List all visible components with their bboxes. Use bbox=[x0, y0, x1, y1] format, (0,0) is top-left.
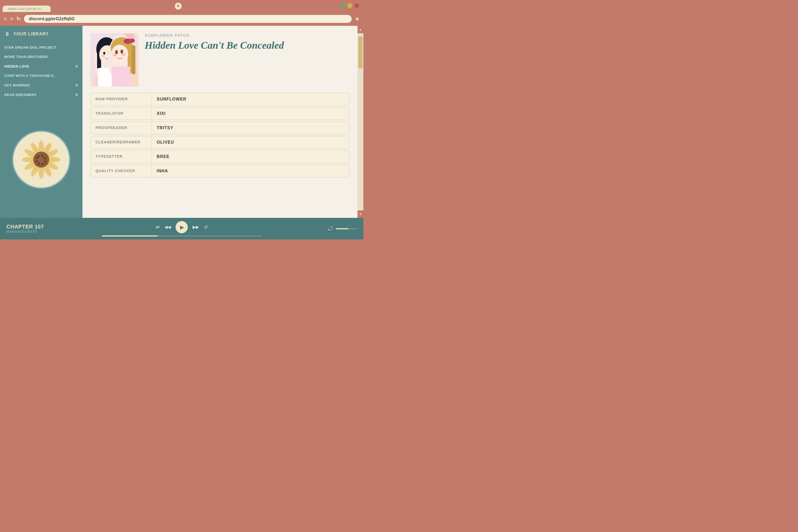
refresh-button[interactable]: ↻ bbox=[16, 16, 21, 22]
volume-bar[interactable] bbox=[336, 228, 357, 229]
credit-value-4: BREE bbox=[152, 151, 174, 163]
sidebar-item-hidden-love[interactable]: HIDDEN LOVE ✿ bbox=[0, 61, 82, 71]
sidebar-item-get-married[interactable]: GET MARRIED ✿ bbox=[0, 80, 82, 90]
sidebar-item-star-dream[interactable]: STAR DREAM IDOL PROJECT bbox=[0, 43, 82, 52]
scrollbar: ▲ ▼ bbox=[358, 26, 363, 218]
sidebar-title: YOUR LIBRARY bbox=[13, 32, 49, 36]
credit-label-0: RAW PROVIDER bbox=[91, 93, 152, 105]
credit-value-1: XIXI bbox=[152, 108, 171, 120]
credit-value-5: INHA bbox=[152, 165, 173, 177]
repeat-button[interactable]: ↺ bbox=[204, 224, 208, 230]
credit-row: RAW PROVIDER SUNFLOWER bbox=[91, 93, 349, 106]
sidebar-item-label: STAR DREAM IDOL PROJECT bbox=[4, 45, 57, 50]
back-button[interactable]: < bbox=[4, 16, 7, 22]
player-bar: CHAPTER 107 MANGADEX/BATO ⇌ ◀◀ ▶ ▶▶ ↺ 🔊 bbox=[0, 218, 363, 240]
credit-value-0: SUNFLOWER bbox=[152, 93, 191, 105]
player-controls: ⇌ ◀◀ ▶ ▶▶ ↺ bbox=[54, 221, 309, 236]
svg-point-14 bbox=[41, 155, 44, 157]
scroll-down-button[interactable]: ▼ bbox=[358, 210, 363, 218]
window-controls bbox=[341, 3, 359, 8]
svg-point-16 bbox=[44, 160, 46, 163]
play-button[interactable]: ▶ bbox=[175, 221, 188, 233]
credit-label-2: PROOFREADER bbox=[91, 122, 152, 134]
sidebar-header: ⏸ YOUR LIBRARY bbox=[0, 26, 82, 41]
comic-header: SUNFLOWER PATCH Hidden Love Can't Be Con… bbox=[91, 33, 349, 87]
svg-point-19 bbox=[36, 160, 38, 162]
svg-point-33 bbox=[103, 52, 105, 55]
progress-fill bbox=[102, 235, 158, 236]
shuffle-button[interactable]: ⇌ bbox=[156, 224, 159, 230]
svg-point-43 bbox=[129, 39, 135, 43]
svg-point-12 bbox=[33, 152, 49, 168]
chapter-source: MANGADEX/BATO bbox=[6, 230, 49, 233]
sidebar-item-more-than[interactable]: MORE THAN BROTHERS bbox=[0, 52, 82, 61]
credit-label-5: QUALITY CHECKER bbox=[91, 165, 152, 177]
credit-row: TRANSLATOR XIXI bbox=[91, 107, 349, 120]
forward-button[interactable]: > bbox=[10, 16, 13, 22]
close-button[interactable] bbox=[354, 3, 359, 8]
browser-chrome: Hidden Love Can't Be Concealed + < > ↻ ★ bbox=[0, 0, 363, 26]
bookmark-button[interactable]: ★ bbox=[355, 16, 360, 22]
play-icon: ▶ bbox=[180, 224, 184, 230]
chapter-number: CHAPTER 107 bbox=[6, 224, 49, 230]
nav-bar: < > ↻ ★ bbox=[0, 12, 363, 26]
scroll-thumb[interactable] bbox=[358, 36, 363, 68]
chapter-info: CHAPTER 107 MANGADEX/BATO bbox=[6, 224, 49, 233]
volume-area: 🔊 bbox=[315, 226, 357, 232]
main-area: ⏸ YOUR LIBRARY STAR DREAM IDOL PROJECT M… bbox=[0, 26, 363, 218]
maximize-button[interactable] bbox=[347, 3, 352, 8]
sidebar-item-label: DEAR DREAMERS bbox=[4, 93, 36, 97]
svg-point-47 bbox=[113, 54, 117, 56]
publisher-label: SUNFLOWER PATCH bbox=[145, 33, 349, 38]
svg-point-46 bbox=[120, 50, 123, 54]
svg-point-20 bbox=[36, 157, 38, 159]
logo-circle bbox=[12, 130, 71, 189]
cover-illustration bbox=[91, 33, 138, 87]
svg-point-23 bbox=[40, 161, 42, 163]
svg-point-48 bbox=[121, 53, 126, 56]
comic-title: Hidden Love Can't Be Concealed bbox=[145, 40, 349, 51]
player-buttons: ⇌ ◀◀ ▶ ▶▶ ↺ bbox=[156, 221, 208, 233]
svg-rect-41 bbox=[132, 45, 135, 75]
sidebar-items: STAR DREAM IDOL PROJECT MORE THAN BROTHE… bbox=[0, 41, 82, 101]
credit-label-1: TRANSLATOR bbox=[91, 108, 152, 120]
comic-info: SUNFLOWER PATCH Hidden Love Can't Be Con… bbox=[145, 33, 349, 87]
svg-point-22 bbox=[42, 159, 44, 161]
sidebar-item-label: CARP WITH A THOUSAND E... bbox=[4, 74, 57, 78]
credit-label-4: TYPESETTER bbox=[91, 151, 152, 163]
volume-fill bbox=[336, 228, 348, 229]
scroll-track bbox=[358, 34, 363, 210]
svg-rect-49 bbox=[112, 66, 130, 87]
minimize-button[interactable] bbox=[341, 3, 345, 8]
svg-point-21 bbox=[40, 157, 42, 159]
svg-point-50 bbox=[111, 58, 116, 66]
url-bar[interactable] bbox=[24, 15, 352, 23]
credit-label-3: CLEANER/REDRAWER bbox=[91, 136, 152, 148]
sunflower-icon bbox=[20, 138, 62, 181]
flower-icon-2: ✿ bbox=[75, 83, 78, 87]
svg-point-17 bbox=[41, 163, 44, 165]
svg-point-18 bbox=[38, 163, 40, 165]
scroll-up-button[interactable]: ▲ bbox=[358, 26, 363, 33]
sidebar-item-carp[interactable]: CARP WITH A THOUSAND E... bbox=[0, 71, 82, 80]
next-button[interactable]: ▶▶ bbox=[193, 225, 199, 230]
prev-button[interactable]: ◀◀ bbox=[165, 225, 171, 230]
svg-point-24 bbox=[38, 159, 40, 161]
svg-point-15 bbox=[44, 157, 46, 159]
active-tab[interactable]: Hidden Love Can't Be Concealed bbox=[3, 5, 51, 12]
progress-bar[interactable] bbox=[102, 235, 262, 236]
sidebar-item-label: HIDDEN LOVE bbox=[4, 64, 29, 68]
credit-row: QUALITY CHECKER INHA bbox=[91, 165, 349, 177]
content-area: SUNFLOWER PATCH Hidden Love Can't Be Con… bbox=[82, 26, 358, 218]
add-tab-button[interactable]: + bbox=[175, 3, 182, 10]
flower-icon: ✿ bbox=[75, 64, 78, 68]
credits-list: RAW PROVIDER SUNFLOWER TRANSLATOR XIXI P… bbox=[91, 93, 349, 177]
volume-icon: 🔊 bbox=[327, 226, 333, 232]
sidebar-item-dear-dreamers[interactable]: DEAR DREAMERS ✿ bbox=[0, 90, 82, 99]
library-icon: ⏸ bbox=[4, 31, 10, 38]
sidebar: ⏸ YOUR LIBRARY STAR DREAM IDOL PROJECT M… bbox=[0, 26, 82, 218]
credit-value-3: OLIVEU bbox=[152, 136, 179, 148]
credit-row: TYPESETTER BREE bbox=[91, 150, 349, 163]
tab-label: Hidden Love Can't Be Concealed bbox=[8, 7, 45, 11]
credit-value-2: TRITSY bbox=[152, 122, 178, 134]
